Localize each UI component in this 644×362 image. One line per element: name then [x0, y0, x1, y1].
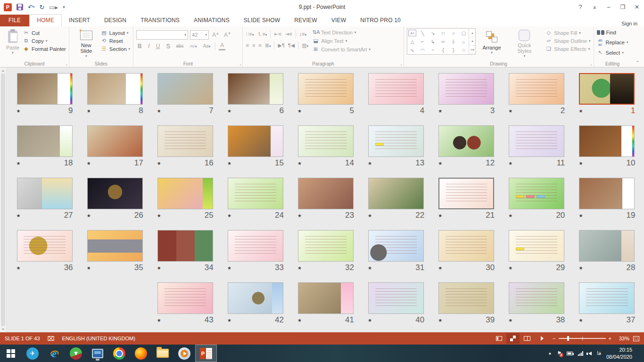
- customize-qat-icon[interactable]: ▾: [63, 5, 65, 9]
- slide-thumbnail-3[interactable]: [438, 73, 494, 105]
- taskbar-chrome[interactable]: [108, 345, 130, 362]
- ltr-direction-icon[interactable]: ▶¶: [278, 42, 284, 49]
- slide-thumbnail-24[interactable]: [228, 178, 283, 209]
- oval-shape-icon[interactable]: ○: [448, 29, 459, 37]
- slide-thumbnail-28[interactable]: [579, 230, 635, 262]
- slide-thumbnail-16[interactable]: [157, 125, 213, 157]
- slide-thumbnail-19[interactable]: [579, 178, 635, 209]
- increase-indent-icon[interactable]: ⇥≡: [285, 31, 292, 37]
- slide-thumbnail-26[interactable]: [87, 178, 143, 209]
- slide-thumbnail-23[interactable]: [298, 178, 354, 209]
- tab-file[interactable]: FILE: [0, 15, 29, 26]
- text-direction-button[interactable]: ⇅A Text Direction▾: [312, 29, 371, 35]
- line-shape-icon[interactable]: ╲: [417, 29, 428, 37]
- rounded-rect-shape-icon[interactable]: ▢: [459, 29, 469, 37]
- vertical-scrollbar[interactable]: ▲ ▼: [0, 67, 7, 332]
- find-button[interactable]: Find: [597, 30, 628, 35]
- shape-fill-button[interactable]: ◇ Shape Fill▾: [545, 30, 590, 36]
- close-icon[interactable]: ✕: [630, 0, 644, 14]
- slide-thumbnail-38[interactable]: [509, 282, 564, 314]
- tab-design[interactable]: DESIGN: [97, 15, 133, 26]
- slide-thumbnail-33[interactable]: [228, 230, 283, 262]
- normal-view-button[interactable]: [492, 333, 505, 344]
- start-slideshow-icon[interactable]: ▭▸: [49, 4, 58, 11]
- triangle-shape-icon[interactable]: △: [407, 37, 418, 46]
- slide-thumbnail-39[interactable]: [438, 282, 494, 314]
- taskbar-remote-desktop[interactable]: [87, 345, 108, 362]
- action-center-flag-icon[interactable]: ⚑: [557, 350, 561, 356]
- convert-smartart-button[interactable]: ⊞ Convert to SmartArt▾: [312, 46, 371, 52]
- slide-thumbnail-8[interactable]: [87, 73, 143, 105]
- elbow-shape-icon[interactable]: ⌐: [417, 37, 428, 46]
- network-signal-icon[interactable]: [578, 351, 583, 356]
- slide-thumbnail-10[interactable]: [579, 125, 635, 157]
- tab-slide-show[interactable]: SLIDE SHOW: [237, 15, 287, 26]
- tab-home[interactable]: HOME: [29, 14, 62, 26]
- slide-thumbnail-40[interactable]: [368, 282, 424, 314]
- shape-effects-button[interactable]: ❏ Shape Effects▾: [545, 46, 590, 52]
- line-spacing-icon[interactable]: ↕≡▾: [299, 31, 306, 37]
- shapes-gallery[interactable]: A≡ ╲ ↘ □ ○ ▢ △ ⌐ ↳ ⇨ ⇩ ⌂ ∿ ◠ ~ { } ☆ ▴: [407, 28, 476, 55]
- slide-thumbnail-18[interactable]: [17, 125, 73, 157]
- font-name-combo[interactable]: ▾: [136, 30, 188, 40]
- slide-thumbnail-12[interactable]: [438, 125, 494, 157]
- slide-thumbnail-31[interactable]: [368, 230, 424, 262]
- tab-review[interactable]: REVIEW: [287, 15, 324, 26]
- cut-button[interactable]: ✂ Cut: [23, 30, 66, 36]
- taskbar-telegram[interactable]: ✈: [22, 345, 43, 362]
- zoom-slider[interactable]: [559, 338, 606, 339]
- columns-icon[interactable]: ▥▾: [302, 42, 308, 49]
- right-brace-shape-icon[interactable]: }: [448, 46, 459, 54]
- down-arrow-shape-icon[interactable]: ⇩: [448, 37, 459, 46]
- paste-button[interactable]: Paste▾: [3, 28, 23, 59]
- slide-thumbnail-42[interactable]: [228, 282, 283, 314]
- slide-thumbnail-14[interactable]: [298, 125, 354, 157]
- new-slide-button[interactable]: New Slide▾: [72, 28, 100, 59]
- rtl-direction-icon[interactable]: ¶◀: [288, 42, 295, 49]
- taskbar-powerpoint[interactable]: P: [195, 345, 217, 362]
- zoom-slider-thumb[interactable]: [567, 336, 569, 341]
- pentagon-shape-icon[interactable]: ⌂: [459, 37, 469, 46]
- underline-button[interactable]: U: [155, 42, 162, 50]
- scroll-up-icon[interactable]: ▲: [0, 67, 6, 74]
- slide-thumbnail-7[interactable]: [157, 73, 213, 105]
- slideshow-view-button[interactable]: [535, 333, 548, 344]
- slide-thumbnail-36[interactable]: [17, 230, 73, 262]
- ribbon-display-options-icon[interactable]: ⌅: [587, 0, 602, 14]
- slide-thumbnail-43[interactable]: [157, 282, 213, 314]
- shapes-scroll-down-icon[interactable]: ▾: [469, 37, 475, 46]
- character-spacing-button[interactable]: AV▾: [189, 43, 198, 49]
- battery-icon[interactable]: [567, 352, 573, 355]
- taskbar-idm[interactable]: ▼: [65, 345, 87, 362]
- slide-thumbnail-2[interactable]: [509, 73, 564, 105]
- arc-shape-icon[interactable]: ◠: [417, 46, 428, 54]
- shape-outline-button[interactable]: ▱ Shape Outline▾: [545, 38, 590, 44]
- arrange-button[interactable]: Arrange▾: [479, 28, 504, 59]
- slide-thumbnail-5[interactable]: [298, 73, 354, 105]
- format-painter-button[interactable]: ◆ Format Painter: [23, 46, 66, 52]
- section-button[interactable]: ☰ Section▾: [100, 46, 130, 52]
- right-arrow-shape-icon[interactable]: ⇨: [438, 37, 448, 46]
- elbow-arrow-shape-icon[interactable]: ↳: [428, 37, 438, 46]
- restore-icon[interactable]: ❐: [616, 0, 630, 14]
- shrink-font-button[interactable]: A▼: [223, 31, 232, 39]
- tab-insert[interactable]: INSERT: [62, 15, 97, 26]
- align-center-icon[interactable]: ≡: [252, 42, 255, 48]
- slide-thumbnail-21[interactable]: [438, 178, 494, 209]
- zoom-in-button[interactable]: +: [609, 336, 611, 341]
- volume-icon[interactable]: [588, 352, 592, 355]
- drawing-dialog-launcher[interactable]: ⌟: [590, 62, 592, 66]
- slide-thumbnail-22[interactable]: [368, 178, 424, 209]
- save-icon[interactable]: [17, 4, 23, 10]
- slide-thumbnail-1[interactable]: [579, 73, 635, 105]
- redo-icon[interactable]: ↻: [39, 4, 44, 11]
- tab-animations[interactable]: ANIMATIONS: [187, 15, 237, 26]
- align-left-icon[interactable]: ≡: [246, 42, 248, 48]
- rectangle-shape-icon[interactable]: □: [438, 29, 448, 37]
- text-box-shape-icon[interactable]: A≡: [408, 30, 417, 36]
- slide-thumbnail-25[interactable]: [157, 178, 213, 209]
- taskbar-internet-explorer[interactable]: e: [43, 345, 65, 362]
- slide-thumbnail-4[interactable]: [368, 73, 424, 105]
- copy-button[interactable]: ⧉ Copy▾: [23, 38, 66, 44]
- collapse-ribbon-icon[interactable]: ⌃: [631, 58, 644, 67]
